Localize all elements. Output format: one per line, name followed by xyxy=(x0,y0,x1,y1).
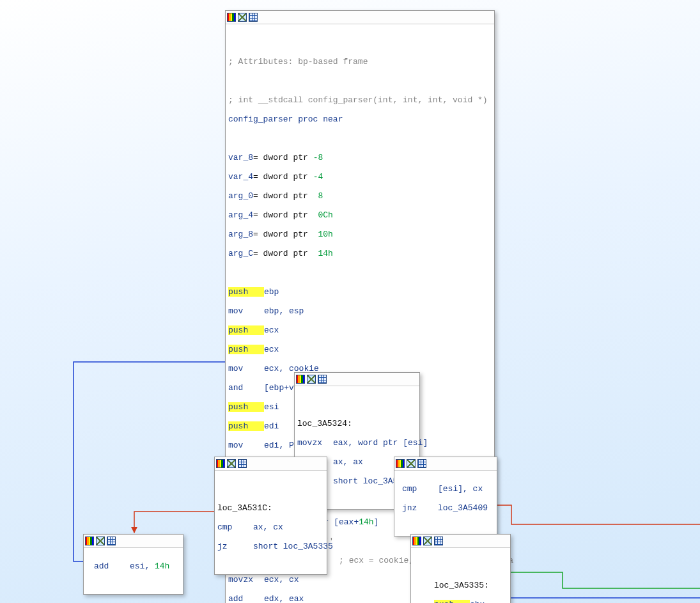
node-titlebar xyxy=(394,457,497,471)
graph-icon[interactable] xyxy=(249,13,258,22)
node-titlebar xyxy=(215,457,327,471)
picture-icon[interactable] xyxy=(307,375,316,384)
color-icon[interactable] xyxy=(296,375,305,384)
node-add-esi-14h[interactable]: addesi, 14h xyxy=(83,534,183,595)
color-icon[interactable] xyxy=(216,459,225,468)
graph-icon[interactable] xyxy=(107,536,116,545)
color-icon[interactable] xyxy=(85,536,94,545)
node-loc-3a5335[interactable]: loc_3A5335: pushebx xyxy=(410,534,511,603)
graph-icon[interactable] xyxy=(434,536,443,545)
node-titlebar xyxy=(84,535,183,548)
graph-icon[interactable] xyxy=(238,459,247,468)
node-body: cmp[esi], cx jnzloc_3A5409 xyxy=(394,471,497,536)
picture-icon[interactable] xyxy=(238,13,247,22)
picture-icon[interactable] xyxy=(96,536,105,545)
color-icon[interactable] xyxy=(412,536,421,545)
picture-icon[interactable] xyxy=(407,459,416,468)
graph-icon[interactable] xyxy=(417,459,426,468)
node-body: addesi, 14h xyxy=(84,548,183,594)
node-body: loc_3A531C: cmpax, cx jzshort loc_3A5335 xyxy=(215,471,327,574)
picture-icon[interactable] xyxy=(227,459,236,468)
color-icon[interactable] xyxy=(227,13,236,22)
node-cmp-esi-cx[interactable]: cmp[esi], cx jnzloc_3A5409 xyxy=(394,457,497,536)
node-titlebar xyxy=(295,373,419,386)
node-titlebar xyxy=(411,535,510,548)
graph-icon[interactable] xyxy=(318,375,327,384)
node-titlebar xyxy=(226,11,494,24)
node-body: loc_3A5335: pushebx xyxy=(411,548,510,603)
color-icon[interactable] xyxy=(396,459,405,468)
picture-icon[interactable] xyxy=(423,536,432,545)
node-loc-3a531c[interactable]: loc_3A531C: cmpax, cx jzshort loc_3A5335 xyxy=(214,457,327,575)
